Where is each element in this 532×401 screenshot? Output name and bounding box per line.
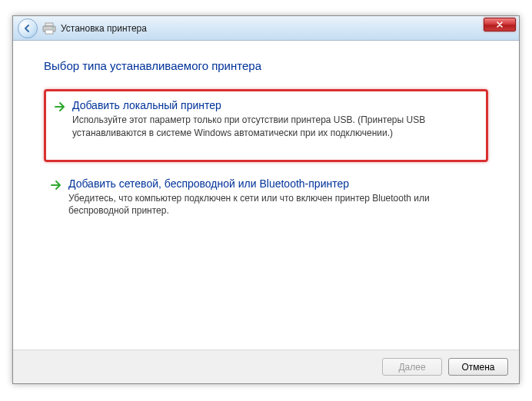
option-title: Добавить сетевой, беспроводной или Bluet… bbox=[68, 177, 482, 190]
page-title: Выбор типа устанавливаемого принтера bbox=[44, 59, 488, 72]
printer-icon bbox=[42, 22, 56, 35]
option-title: Добавить локальный принтер bbox=[72, 99, 478, 111]
back-arrow-icon bbox=[23, 24, 32, 33]
option-local-printer[interactable]: Добавить локальный принтер Используйте э… bbox=[44, 89, 488, 162]
svg-point-3 bbox=[52, 27, 54, 28]
option-text: Добавить локальный принтер Используйте э… bbox=[72, 99, 478, 140]
option-desc: Используйте этот параметр только при отс… bbox=[72, 114, 478, 140]
back-button[interactable] bbox=[18, 18, 38, 38]
option-network-printer[interactable]: Добавить сетевой, беспроводной или Bluet… bbox=[44, 170, 488, 232]
titlebar: Установка принтера bbox=[13, 16, 519, 41]
window-title: Установка принтера bbox=[61, 23, 147, 34]
arrow-right-icon bbox=[54, 101, 66, 113]
option-row: Добавить локальный принтер Используйте э… bbox=[54, 99, 478, 140]
svg-rect-0 bbox=[45, 23, 53, 26]
cancel-button[interactable]: Отмена bbox=[448, 358, 508, 376]
content-area: Выбор типа устанавливаемого принтера Доб… bbox=[13, 41, 519, 350]
close-button[interactable] bbox=[484, 18, 516, 31]
option-row: Добавить сетевой, беспроводной или Bluet… bbox=[50, 177, 482, 218]
svg-rect-2 bbox=[45, 30, 53, 34]
option-text: Добавить сетевой, беспроводной или Bluet… bbox=[68, 177, 482, 218]
next-button[interactable]: Далее bbox=[382, 358, 442, 376]
arrow-right-icon bbox=[50, 179, 62, 191]
wizard-window: Установка принтера Выбор типа устанавлив… bbox=[12, 15, 520, 384]
close-icon bbox=[496, 21, 504, 28]
option-desc: Убедитесь, что компьютер подключен к сет… bbox=[68, 192, 482, 218]
footer-bar: Далее Отмена bbox=[13, 350, 519, 383]
